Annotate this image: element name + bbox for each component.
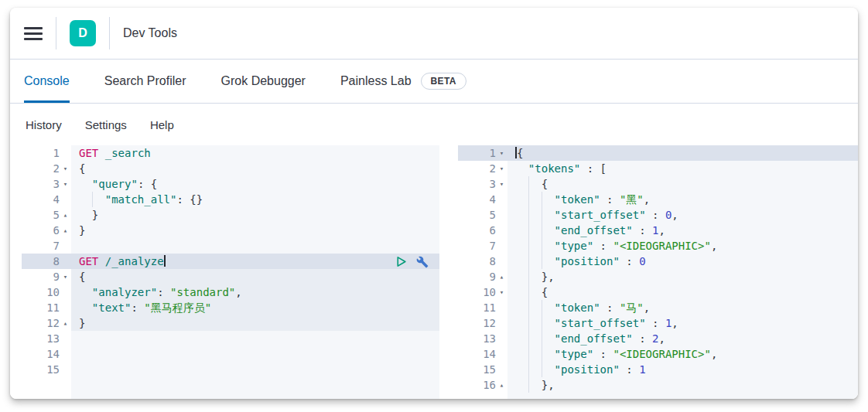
fold-open-arrow-icon[interactable]: ▾ (60, 176, 71, 192)
code-text[interactable]: }, (507, 269, 858, 284)
code-text[interactable]: "type" : "<IDEOGRAPHIC>", (507, 238, 858, 254)
fold-open-arrow-icon[interactable]: ▾ (496, 284, 507, 300)
code-text[interactable]: GET /_analyze (71, 254, 439, 269)
code-text[interactable]: "end_offset" : 1, (507, 223, 858, 238)
code-text[interactable]: } (71, 207, 439, 223)
code-line: 3▾ "query": { (22, 176, 439, 192)
code-token (515, 162, 528, 175)
code-text[interactable]: { (71, 161, 439, 176)
code-text[interactable]: } (71, 315, 439, 331)
code-text[interactable]: "position" : 1 (507, 362, 858, 377)
line-number: 9▴ (458, 269, 507, 284)
code-text[interactable]: { (507, 176, 858, 192)
header-divider (56, 17, 56, 49)
code-token: "<IDEOGRAPHIC>" (613, 348, 710, 360)
indent-guide (542, 300, 542, 315)
code-text[interactable]: { (71, 269, 439, 284)
code-text[interactable]: }, (507, 377, 858, 393)
code-text[interactable]: "end_offset" : 2, (507, 331, 858, 346)
code-token (79, 286, 92, 298)
indent-guide (542, 223, 542, 238)
app-header: D Dev Tools (10, 8, 858, 60)
code-token: : (593, 348, 613, 360)
code-line: 8GET /_analyze (22, 254, 439, 269)
code-text[interactable]: { (507, 284, 858, 300)
settings-menu[interactable]: Settings (85, 118, 127, 131)
code-text[interactable]: "match_all": {} (71, 192, 439, 207)
code-text[interactable]: } (71, 223, 439, 238)
request-actions (395, 255, 429, 268)
code-token: 0 (639, 255, 645, 267)
code-token: "type" (555, 348, 594, 360)
line-number: 1 (22, 145, 71, 161)
tab-bar: Console Search Profiler Grok Debugger Pa… (10, 60, 858, 104)
code-token: "text" (92, 301, 132, 314)
hamburger-menu-icon[interactable] (24, 27, 43, 40)
line-number: 5▴ (22, 207, 71, 223)
code-text[interactable]: "type" : "<IDEOGRAPHIC>", (507, 346, 858, 362)
code-token: } (79, 224, 85, 237)
code-text[interactable]: "tokens" : [ (507, 161, 858, 176)
fold-open-arrow-icon[interactable]: ▾ (496, 176, 507, 192)
tab-search-profiler[interactable]: Search Profiler (104, 60, 186, 103)
code-line: 14 (22, 346, 439, 362)
request-editor[interactable]: 1GET _search2▾{3▾ "query": {4 "match_all… (22, 145, 439, 399)
code-text[interactable] (71, 331, 439, 346)
send-request-play-icon[interactable] (395, 255, 408, 268)
code-token: : (646, 317, 665, 329)
response-editor[interactable]: 1▾{2▾ "tokens" : [3▾ {4 "token" : "黑",5 … (458, 145, 858, 399)
editor-empty-area[interactable] (458, 393, 858, 399)
code-text[interactable]: "start_offset" : 0, (507, 207, 858, 223)
fold-open-arrow-icon[interactable]: ▾ (60, 269, 71, 284)
history-menu[interactable]: History (26, 118, 62, 131)
code-text[interactable] (71, 362, 439, 377)
code-token (515, 332, 555, 345)
code-text[interactable]: "token" : "黑", (507, 192, 858, 207)
code-token: "马" (620, 301, 644, 314)
editor-empty-area[interactable] (22, 377, 439, 399)
line-number: 4 (22, 192, 71, 207)
editor-resize-handle[interactable] (439, 145, 458, 399)
code-token: { (515, 178, 548, 190)
code-token (98, 147, 104, 159)
code-text[interactable]: "text": "黑马程序员" (71, 300, 439, 315)
tab-painless-lab[interactable]: Painless Lab BETA (340, 60, 466, 103)
line-number: 11 (22, 300, 71, 315)
fold-open-arrow-icon[interactable]: ▾ (496, 145, 507, 161)
code-text[interactable]: "analyzer": "standard", (71, 284, 439, 300)
indent-guide (528, 176, 529, 192)
indent-guide (92, 192, 93, 207)
code-text[interactable]: "position" : 0 (507, 254, 858, 269)
code-line: 11 "text": "黑马程序员" (22, 300, 439, 315)
text-cursor (164, 255, 166, 267)
code-text[interactable] (71, 346, 439, 362)
code-text[interactable]: GET _search (71, 145, 439, 161)
code-token: , (711, 240, 717, 252)
help-menu[interactable]: Help (150, 118, 174, 131)
fold-close-arrow-icon[interactable]: ▴ (60, 223, 71, 238)
code-line: 5 "start_offset" : 0, (458, 207, 858, 223)
fold-close-arrow-icon[interactable]: ▴ (496, 269, 507, 284)
code-text[interactable]: { (507, 145, 858, 161)
fold-close-arrow-icon[interactable]: ▴ (496, 377, 507, 393)
fold-close-arrow-icon[interactable]: ▴ (60, 207, 71, 223)
line-number: 8 (458, 254, 507, 269)
code-line: 2▾ "tokens" : [ (458, 161, 858, 176)
fold-open-arrow-icon[interactable]: ▾ (60, 161, 71, 176)
code-token: : (600, 301, 620, 314)
fold-open-arrow-icon[interactable]: ▾ (496, 161, 507, 176)
code-text[interactable]: "token" : "马", (507, 300, 858, 315)
code-text[interactable]: "query": { (71, 176, 439, 192)
code-text[interactable]: "start_offset" : 1, (507, 315, 858, 331)
request-options-wrench-icon[interactable] (416, 256, 429, 268)
code-text[interactable] (71, 238, 439, 254)
code-token: "tokens" (528, 162, 580, 175)
code-token: "黑马程序员" (144, 301, 211, 314)
tab-grok-debugger[interactable]: Grok Debugger (221, 60, 306, 103)
code-token: : (157, 286, 170, 298)
code-line: 15 (22, 362, 439, 377)
dev-tools-window: D Dev Tools Console Search Profiler Grok… (10, 8, 858, 399)
line-number: 8 (22, 254, 71, 269)
tab-console[interactable]: Console (24, 60, 70, 103)
fold-close-arrow-icon[interactable]: ▴ (60, 315, 71, 331)
